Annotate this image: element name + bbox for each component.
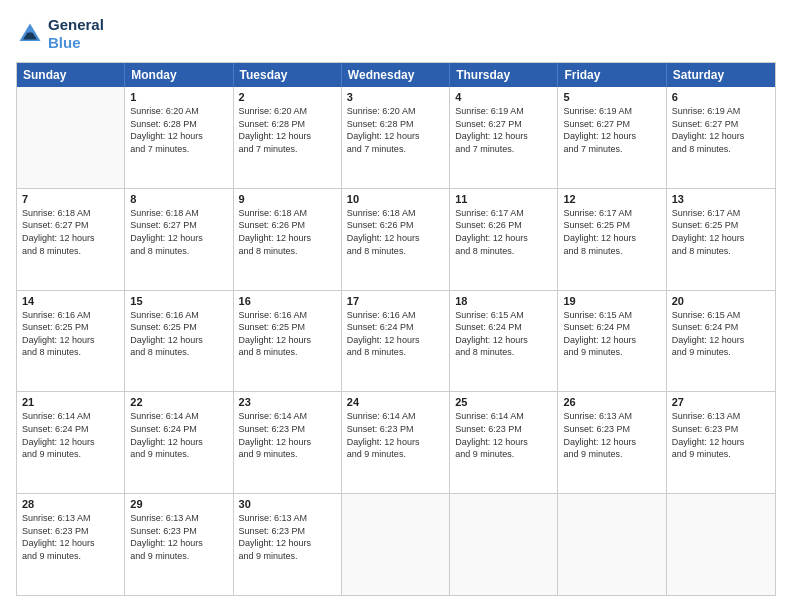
day-info: Sunrise: 6:18 AMSunset: 6:27 PMDaylight:…	[22, 207, 119, 257]
day-info: Sunrise: 6:14 AMSunset: 6:24 PMDaylight:…	[22, 410, 119, 460]
header-day-monday: Monday	[125, 63, 233, 87]
day-info: Sunrise: 6:19 AMSunset: 6:27 PMDaylight:…	[455, 105, 552, 155]
day-number: 10	[347, 193, 444, 205]
day-info: Sunrise: 6:13 AMSunset: 6:23 PMDaylight:…	[672, 410, 770, 460]
day-info: Sunrise: 6:13 AMSunset: 6:23 PMDaylight:…	[563, 410, 660, 460]
day-info: Sunrise: 6:20 AMSunset: 6:28 PMDaylight:…	[130, 105, 227, 155]
day-cell-24: 24Sunrise: 6:14 AMSunset: 6:23 PMDayligh…	[342, 392, 450, 493]
day-number: 13	[672, 193, 770, 205]
day-cell-25: 25Sunrise: 6:14 AMSunset: 6:23 PMDayligh…	[450, 392, 558, 493]
day-cell-empty	[558, 494, 666, 595]
day-info: Sunrise: 6:16 AMSunset: 6:25 PMDaylight:…	[22, 309, 119, 359]
day-cell-empty	[667, 494, 775, 595]
day-info: Sunrise: 6:20 AMSunset: 6:28 PMDaylight:…	[347, 105, 444, 155]
week-row-5: 28Sunrise: 6:13 AMSunset: 6:23 PMDayligh…	[17, 494, 775, 595]
day-info: Sunrise: 6:20 AMSunset: 6:28 PMDaylight:…	[239, 105, 336, 155]
day-info: Sunrise: 6:17 AMSunset: 6:25 PMDaylight:…	[672, 207, 770, 257]
day-number: 1	[130, 91, 227, 103]
day-number: 27	[672, 396, 770, 408]
day-number: 29	[130, 498, 227, 510]
day-cell-28: 28Sunrise: 6:13 AMSunset: 6:23 PMDayligh…	[17, 494, 125, 595]
day-info: Sunrise: 6:19 AMSunset: 6:27 PMDaylight:…	[672, 105, 770, 155]
day-info: Sunrise: 6:13 AMSunset: 6:23 PMDaylight:…	[239, 512, 336, 562]
day-info: Sunrise: 6:17 AMSunset: 6:26 PMDaylight:…	[455, 207, 552, 257]
day-info: Sunrise: 6:16 AMSunset: 6:25 PMDaylight:…	[130, 309, 227, 359]
day-info: Sunrise: 6:14 AMSunset: 6:23 PMDaylight:…	[347, 410, 444, 460]
day-cell-1: 1Sunrise: 6:20 AMSunset: 6:28 PMDaylight…	[125, 87, 233, 188]
day-info: Sunrise: 6:14 AMSunset: 6:23 PMDaylight:…	[455, 410, 552, 460]
day-cell-9: 9Sunrise: 6:18 AMSunset: 6:26 PMDaylight…	[234, 189, 342, 290]
header-day-tuesday: Tuesday	[234, 63, 342, 87]
header-day-saturday: Saturday	[667, 63, 775, 87]
day-info: Sunrise: 6:17 AMSunset: 6:25 PMDaylight:…	[563, 207, 660, 257]
header-day-thursday: Thursday	[450, 63, 558, 87]
day-cell-16: 16Sunrise: 6:16 AMSunset: 6:25 PMDayligh…	[234, 291, 342, 392]
logo-text: General Blue	[48, 16, 104, 52]
day-cell-8: 8Sunrise: 6:18 AMSunset: 6:27 PMDaylight…	[125, 189, 233, 290]
day-number: 28	[22, 498, 119, 510]
day-cell-17: 17Sunrise: 6:16 AMSunset: 6:24 PMDayligh…	[342, 291, 450, 392]
day-number: 4	[455, 91, 552, 103]
day-info: Sunrise: 6:13 AMSunset: 6:23 PMDaylight:…	[22, 512, 119, 562]
day-cell-14: 14Sunrise: 6:16 AMSunset: 6:25 PMDayligh…	[17, 291, 125, 392]
day-cell-10: 10Sunrise: 6:18 AMSunset: 6:26 PMDayligh…	[342, 189, 450, 290]
day-cell-4: 4Sunrise: 6:19 AMSunset: 6:27 PMDaylight…	[450, 87, 558, 188]
day-cell-empty	[17, 87, 125, 188]
day-cell-30: 30Sunrise: 6:13 AMSunset: 6:23 PMDayligh…	[234, 494, 342, 595]
day-cell-11: 11Sunrise: 6:17 AMSunset: 6:26 PMDayligh…	[450, 189, 558, 290]
day-cell-12: 12Sunrise: 6:17 AMSunset: 6:25 PMDayligh…	[558, 189, 666, 290]
day-info: Sunrise: 6:15 AMSunset: 6:24 PMDaylight:…	[455, 309, 552, 359]
calendar-header: SundayMondayTuesdayWednesdayThursdayFrid…	[17, 63, 775, 87]
day-info: Sunrise: 6:16 AMSunset: 6:25 PMDaylight:…	[239, 309, 336, 359]
day-info: Sunrise: 6:14 AMSunset: 6:23 PMDaylight:…	[239, 410, 336, 460]
day-cell-22: 22Sunrise: 6:14 AMSunset: 6:24 PMDayligh…	[125, 392, 233, 493]
day-number: 26	[563, 396, 660, 408]
day-number: 9	[239, 193, 336, 205]
day-cell-19: 19Sunrise: 6:15 AMSunset: 6:24 PMDayligh…	[558, 291, 666, 392]
day-number: 22	[130, 396, 227, 408]
day-number: 12	[563, 193, 660, 205]
day-number: 11	[455, 193, 552, 205]
day-number: 6	[672, 91, 770, 103]
day-info: Sunrise: 6:15 AMSunset: 6:24 PMDaylight:…	[563, 309, 660, 359]
day-cell-23: 23Sunrise: 6:14 AMSunset: 6:23 PMDayligh…	[234, 392, 342, 493]
day-cell-26: 26Sunrise: 6:13 AMSunset: 6:23 PMDayligh…	[558, 392, 666, 493]
day-number: 19	[563, 295, 660, 307]
day-info: Sunrise: 6:18 AMSunset: 6:26 PMDaylight:…	[239, 207, 336, 257]
day-number: 2	[239, 91, 336, 103]
day-cell-15: 15Sunrise: 6:16 AMSunset: 6:25 PMDayligh…	[125, 291, 233, 392]
day-number: 16	[239, 295, 336, 307]
day-cell-empty	[342, 494, 450, 595]
day-number: 3	[347, 91, 444, 103]
day-cell-27: 27Sunrise: 6:13 AMSunset: 6:23 PMDayligh…	[667, 392, 775, 493]
day-info: Sunrise: 6:18 AMSunset: 6:27 PMDaylight:…	[130, 207, 227, 257]
day-cell-5: 5Sunrise: 6:19 AMSunset: 6:27 PMDaylight…	[558, 87, 666, 188]
day-number: 18	[455, 295, 552, 307]
day-number: 5	[563, 91, 660, 103]
page: General Blue SundayMondayTuesdayWednesda…	[0, 0, 792, 612]
day-cell-7: 7Sunrise: 6:18 AMSunset: 6:27 PMDaylight…	[17, 189, 125, 290]
week-row-2: 7Sunrise: 6:18 AMSunset: 6:27 PMDaylight…	[17, 189, 775, 291]
day-cell-21: 21Sunrise: 6:14 AMSunset: 6:24 PMDayligh…	[17, 392, 125, 493]
header-day-sunday: Sunday	[17, 63, 125, 87]
day-number: 25	[455, 396, 552, 408]
day-number: 15	[130, 295, 227, 307]
day-number: 21	[22, 396, 119, 408]
header: General Blue	[16, 16, 776, 52]
week-row-4: 21Sunrise: 6:14 AMSunset: 6:24 PMDayligh…	[17, 392, 775, 494]
day-cell-29: 29Sunrise: 6:13 AMSunset: 6:23 PMDayligh…	[125, 494, 233, 595]
day-cell-2: 2Sunrise: 6:20 AMSunset: 6:28 PMDaylight…	[234, 87, 342, 188]
day-info: Sunrise: 6:18 AMSunset: 6:26 PMDaylight:…	[347, 207, 444, 257]
calendar: SundayMondayTuesdayWednesdayThursdayFrid…	[16, 62, 776, 596]
day-info: Sunrise: 6:19 AMSunset: 6:27 PMDaylight:…	[563, 105, 660, 155]
calendar-body: 1Sunrise: 6:20 AMSunset: 6:28 PMDaylight…	[17, 87, 775, 595]
day-number: 30	[239, 498, 336, 510]
day-cell-13: 13Sunrise: 6:17 AMSunset: 6:25 PMDayligh…	[667, 189, 775, 290]
day-info: Sunrise: 6:15 AMSunset: 6:24 PMDaylight:…	[672, 309, 770, 359]
day-number: 24	[347, 396, 444, 408]
week-row-3: 14Sunrise: 6:16 AMSunset: 6:25 PMDayligh…	[17, 291, 775, 393]
day-cell-empty	[450, 494, 558, 595]
day-info: Sunrise: 6:16 AMSunset: 6:24 PMDaylight:…	[347, 309, 444, 359]
day-cell-18: 18Sunrise: 6:15 AMSunset: 6:24 PMDayligh…	[450, 291, 558, 392]
week-row-1: 1Sunrise: 6:20 AMSunset: 6:28 PMDaylight…	[17, 87, 775, 189]
